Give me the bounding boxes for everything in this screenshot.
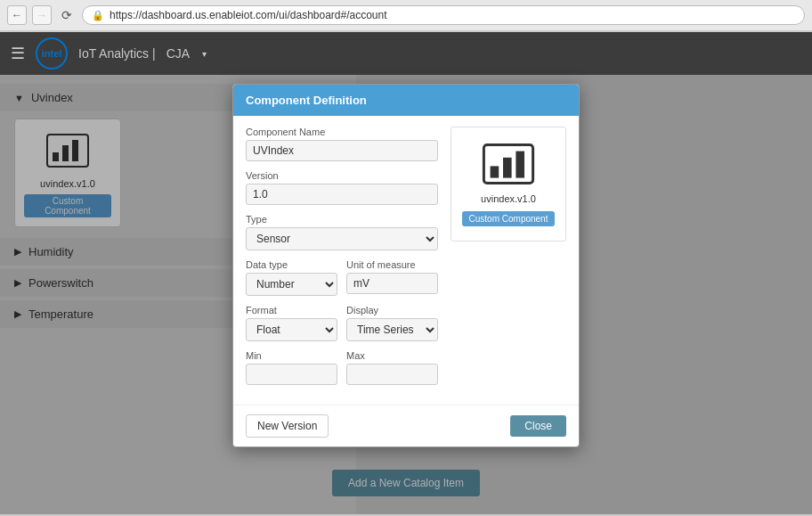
lock-icon: 🔒 (92, 10, 104, 21)
display-label: Display (346, 305, 438, 315)
hamburger-menu[interactable]: ☰ (11, 44, 25, 63)
min-input[interactable] (246, 364, 337, 385)
type-select[interactable]: Sensor Actuator (246, 227, 438, 250)
url-text: https://dashboard.us.enableiot.com/ui/da… (110, 9, 387, 21)
modal-header: Component Definition (233, 85, 579, 116)
form-row-data-type-unit: Data type Number String Boolean Unit of … (246, 259, 438, 305)
browser-chrome: ← → ⟳ 🔒 https://dashboard.us.enableiot.c… (0, 0, 812, 32)
back-button[interactable]: ← (7, 5, 27, 25)
modal-footer: New Version Close (233, 405, 579, 446)
preview-badge[interactable]: Custom Component (462, 211, 556, 226)
version-input[interactable] (246, 184, 438, 205)
main-content: ▼ Uvindex uvindex.v1.0 Custom Component (0, 75, 812, 514)
unit-input[interactable] (346, 273, 438, 294)
form-group-min: Min (246, 350, 337, 385)
component-name-input[interactable] (246, 140, 438, 161)
form-group-type: Type Sensor Actuator (246, 214, 438, 250)
modal-overlay: Component Definition Component Name Vers… (0, 75, 812, 514)
browser-nav: ← → ⟳ 🔒 https://dashboard.us.enableiot.c… (0, 0, 812, 31)
form-group-unit: Unit of measure (346, 259, 438, 296)
format-select[interactable]: Float Integer (246, 318, 337, 341)
max-label: Max (346, 350, 438, 361)
component-name-label: Component Name (246, 127, 438, 137)
form-group-version: Version (246, 170, 438, 205)
svg-rect-5 (491, 166, 499, 177)
form-group-component-name: Component Name (246, 127, 438, 161)
max-input[interactable] (346, 364, 438, 385)
svg-rect-6 (503, 158, 512, 178)
forward-button[interactable]: → (32, 5, 52, 25)
type-label: Type (246, 214, 438, 225)
reload-button[interactable]: ⟳ (57, 5, 77, 25)
modal-preview: uvindex.v1.0 Custom Component (451, 127, 566, 242)
form-row-min-max: Min Max (246, 350, 438, 394)
intel-logo: intel (36, 37, 68, 70)
form-group-format: Format Float Integer (246, 305, 337, 341)
close-button[interactable]: Close (510, 415, 566, 437)
app-header: ☰ intel IoT Analytics | CJA ▾ (0, 32, 812, 75)
form-row-format-display: Format Float Integer Display Time Series… (246, 305, 438, 350)
version-label: Version (246, 170, 438, 181)
user-dropdown-icon[interactable]: ▾ (202, 49, 207, 59)
form-group-max: Max (346, 350, 438, 385)
min-label: Min (246, 350, 337, 361)
user-menu[interactable]: CJA (166, 46, 190, 61)
display-select[interactable]: Time Series Gauge Raw (346, 318, 438, 341)
app-title: IoT Analytics | (78, 46, 156, 61)
form-group-data-type: Data type Number String Boolean (246, 259, 337, 296)
preview-name: uvindex.v1.0 (481, 193, 536, 204)
modal-body: Component Name Version Type Sensor Actua… (233, 116, 579, 405)
data-type-label: Data type (246, 259, 337, 270)
modal-form: Component Name Version Type Sensor Actua… (246, 127, 438, 394)
svg-rect-7 (516, 152, 524, 178)
component-definition-modal: Component Definition Component Name Vers… (232, 84, 580, 447)
format-label: Format (246, 305, 337, 315)
form-group-display: Display Time Series Gauge Raw (346, 305, 438, 341)
preview-chart-icon (482, 142, 535, 186)
address-bar[interactable]: 🔒 https://dashboard.us.enableiot.com/ui/… (82, 5, 805, 25)
modal-title: Component Definition (246, 94, 367, 107)
new-version-button[interactable]: New Version (246, 414, 329, 438)
unit-label: Unit of measure (346, 259, 438, 270)
data-type-select[interactable]: Number String Boolean (246, 273, 337, 296)
